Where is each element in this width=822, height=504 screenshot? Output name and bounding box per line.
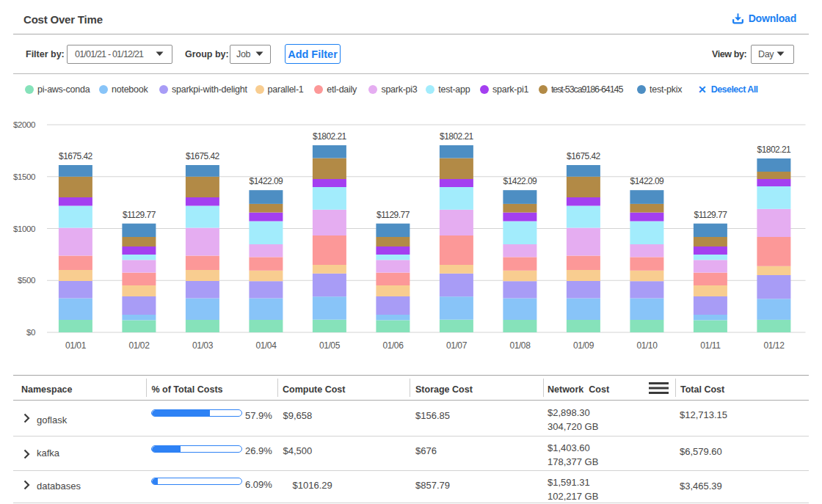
svg-text:$1802.21: $1802.21 bbox=[757, 145, 792, 155]
svg-text:$1422.09: $1422.09 bbox=[503, 176, 538, 186]
svg-text:01/12: 01/12 bbox=[763, 340, 785, 351]
svg-text:01/05: 01/05 bbox=[319, 340, 341, 351]
svg-text:$1422.09: $1422.09 bbox=[630, 176, 665, 186]
svg-text:$0: $0 bbox=[26, 328, 35, 337]
svg-text:$1129.77: $1129.77 bbox=[694, 210, 728, 220]
svg-text:$1000: $1000 bbox=[13, 224, 35, 233]
svg-text:01/08: 01/08 bbox=[509, 340, 531, 351]
svg-text:01/01: 01/01 bbox=[65, 340, 87, 351]
svg-text:$1129.77: $1129.77 bbox=[377, 210, 410, 220]
svg-text:01/09: 01/09 bbox=[573, 340, 594, 351]
svg-text:01/06: 01/06 bbox=[382, 340, 404, 351]
svg-text:$500: $500 bbox=[18, 276, 35, 285]
svg-text:$1802.21: $1802.21 bbox=[313, 131, 347, 142]
svg-text:01/10: 01/10 bbox=[636, 340, 658, 351]
svg-text:01/02: 01/02 bbox=[128, 340, 150, 351]
svg-text:$1422.09: $1422.09 bbox=[250, 176, 284, 186]
svg-text:$1675.42: $1675.42 bbox=[567, 151, 601, 161]
svg-text:$1802.21: $1802.21 bbox=[440, 131, 474, 142]
svg-text:01/11: 01/11 bbox=[700, 340, 721, 351]
svg-text:$1675.42: $1675.42 bbox=[186, 151, 220, 161]
svg-text:01/07: 01/07 bbox=[446, 340, 468, 351]
svg-text:$1129.77: $1129.77 bbox=[123, 210, 156, 220]
svg-text:$2000: $2000 bbox=[13, 120, 35, 129]
svg-text:01/04: 01/04 bbox=[255, 340, 277, 351]
svg-text:01/03: 01/03 bbox=[192, 340, 214, 351]
svg-text:$1500: $1500 bbox=[13, 172, 35, 181]
svg-text:$1675.42: $1675.42 bbox=[59, 151, 93, 161]
